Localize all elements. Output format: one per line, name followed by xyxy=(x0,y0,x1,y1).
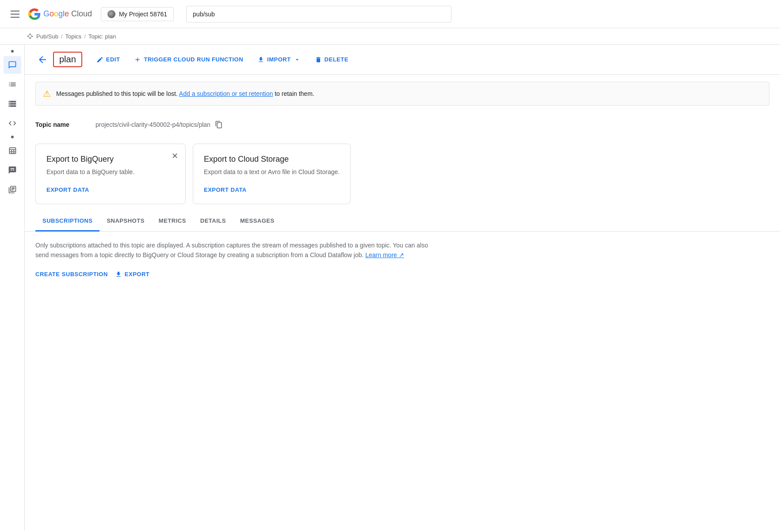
export-cards: ✕ Export to BigQuery Export data to a Bi… xyxy=(35,144,769,204)
tab-description: Only subscriptions attached to this topi… xyxy=(35,240,433,260)
svg-line-6 xyxy=(28,36,30,38)
breadcrumb-topics[interactable]: Topics xyxy=(65,33,82,40)
import-label: IMPORT xyxy=(267,56,291,63)
list-icon xyxy=(8,80,17,89)
tab-subscriptions[interactable]: SUBSCRIPTIONS xyxy=(35,211,99,232)
export-subscriptions-icon xyxy=(115,271,122,278)
toolbar: plan EDIT TRIGGER CLOUD RUN FUNCTION IMP… xyxy=(25,45,780,75)
sidebar-item-chat[interactable] xyxy=(4,161,21,179)
sidebar-item-storage[interactable] xyxy=(4,95,21,113)
export-cloud-storage-desc: Export data to a text or Avro file in Cl… xyxy=(204,168,340,175)
project-name: My Project 58761 xyxy=(119,11,167,18)
back-button[interactable] xyxy=(35,53,50,67)
table-icon xyxy=(8,146,17,155)
sidebar-dot xyxy=(11,50,14,53)
export-bigquery-title: Export to BigQuery xyxy=(46,155,175,164)
content-area: plan EDIT TRIGGER CLOUD RUN FUNCTION IMP… xyxy=(25,45,780,531)
storage-icon xyxy=(8,99,17,108)
google-cloud-logo: Google Cloud xyxy=(28,8,92,20)
export-cloud-storage-card: Export to Cloud Storage Export data to a… xyxy=(193,144,351,204)
page-title: plan xyxy=(53,52,82,67)
svg-line-7 xyxy=(30,36,32,38)
tab-metrics[interactable]: METRICS xyxy=(152,211,193,232)
breadcrumb-sep2: / xyxy=(84,33,86,40)
trigger-label: TRIGGER CLOUD RUN FUNCTION xyxy=(144,56,243,63)
learn-more-link[interactable]: Learn more ↗ xyxy=(365,251,404,258)
close-bigquery-card-button[interactable]: ✕ xyxy=(170,149,180,163)
topic-value-row: projects/civil-clarity-450002-p4/topics/… xyxy=(96,120,224,129)
export-sub-label: EXPORT xyxy=(125,271,149,277)
sidebar xyxy=(0,45,25,531)
trigger-icon xyxy=(134,56,141,63)
export-bigquery-link[interactable]: EXPORT DATA xyxy=(46,186,89,193)
export-subscriptions-button[interactable]: EXPORT xyxy=(115,267,149,281)
sidebar-item-table[interactable] xyxy=(4,142,21,160)
breadcrumb-current: Topic: plan xyxy=(88,33,116,40)
sidebar-item-list[interactable] xyxy=(4,76,21,93)
code-icon xyxy=(8,119,17,128)
sidebar-item-messages[interactable] xyxy=(4,56,21,74)
delete-button[interactable]: DELETE xyxy=(310,53,354,67)
project-dot-icon xyxy=(107,10,115,18)
top-nav: Google Cloud My Project 58761 xyxy=(0,0,780,28)
tab-content-area: Only subscriptions attached to this topi… xyxy=(25,232,780,290)
topic-details: Topic name projects/civil-clarity-450002… xyxy=(25,113,780,137)
sidebar-item-list2[interactable] xyxy=(4,181,21,198)
export-cloud-storage-title: Export to Cloud Storage xyxy=(204,155,340,164)
tab-messages[interactable]: MESSAGES xyxy=(233,211,282,232)
delete-label: DELETE xyxy=(325,56,348,63)
list2-icon xyxy=(8,185,17,194)
search-input[interactable] xyxy=(186,6,451,23)
project-selector[interactable]: My Project 58761 xyxy=(101,7,174,21)
topic-name-label: Topic name xyxy=(35,121,88,128)
chat-icon xyxy=(8,166,17,175)
trigger-cloud-run-button[interactable]: TRIGGER CLOUD RUN FUNCTION xyxy=(129,53,249,67)
create-subscription-button[interactable]: CREATE SUBSCRIPTION xyxy=(35,267,108,281)
create-sub-label: CREATE SUBSCRIPTION xyxy=(35,271,108,277)
export-bigquery-desc: Export data to a BigQuery table. xyxy=(46,168,175,175)
search-bar xyxy=(186,6,773,23)
svg-line-5 xyxy=(30,34,32,36)
sidebar-dot2 xyxy=(11,136,14,138)
copy-icon xyxy=(215,121,223,129)
warning-icon: ⚠ xyxy=(43,88,51,99)
back-arrow-icon xyxy=(37,54,48,65)
sidebar-item-code[interactable] xyxy=(4,114,21,132)
breadcrumb-sep1: / xyxy=(61,33,63,40)
export-cloud-storage-link[interactable]: EXPORT DATA xyxy=(204,186,247,193)
google-logo-icon xyxy=(28,8,41,20)
tabs-bar: SUBSCRIPTIONS SNAPSHOTS METRICS DETAILS … xyxy=(25,211,780,232)
tab-details[interactable]: DETAILS xyxy=(193,211,233,232)
warning-link[interactable]: Add a subscription or set retention xyxy=(179,90,273,97)
edit-button[interactable]: EDIT xyxy=(91,53,126,67)
warning-banner: ⚠ Messages published to this topic will … xyxy=(35,82,769,106)
delete-icon xyxy=(315,56,322,63)
import-button[interactable]: IMPORT xyxy=(252,53,306,67)
import-dropdown-icon xyxy=(294,56,301,63)
export-bigquery-card: ✕ Export to BigQuery Export data to a Bi… xyxy=(35,144,186,204)
tab-actions: CREATE SUBSCRIPTION EXPORT xyxy=(35,267,769,281)
tab-snapshots[interactable]: SNAPSHOTS xyxy=(99,211,151,232)
messages-icon xyxy=(8,61,17,69)
breadcrumb-pubsub[interactable]: Pub/Sub xyxy=(36,33,58,40)
pubsub-breadcrumb-icon xyxy=(27,33,34,40)
svg-line-4 xyxy=(28,34,30,36)
breadcrumb: Pub/Sub / Topics / Topic: plan xyxy=(0,28,780,45)
edit-icon xyxy=(96,56,103,63)
main-layout: plan EDIT TRIGGER CLOUD RUN FUNCTION IMP… xyxy=(0,45,780,531)
topic-name-value: projects/civil-clarity-450002-p4/topics/… xyxy=(96,121,210,128)
hamburger-menu[interactable] xyxy=(7,7,23,21)
edit-label: EDIT xyxy=(106,56,120,63)
import-icon xyxy=(257,56,264,63)
logo-text: Google Cloud xyxy=(43,9,92,19)
copy-topic-name-button[interactable] xyxy=(214,120,224,129)
warning-text: Messages published to this topic will be… xyxy=(56,90,314,97)
